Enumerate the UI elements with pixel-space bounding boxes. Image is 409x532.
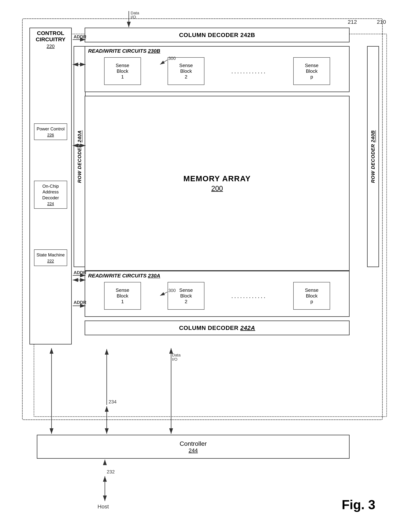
svg-text:Data: Data: [131, 11, 139, 15]
rw-top-title: READ/WRITE CIRCUITS 230B: [85, 47, 349, 56]
dots-top: ............: [231, 67, 267, 75]
col-decoder-bottom: COLUMN DECODER 242A: [85, 321, 350, 335]
row-decoder-right-text: ROW DECODER 240B: [370, 130, 376, 183]
rw-bottom-title: READ/WRITE CIRCUITS 230A: [85, 271, 349, 280]
control-circuitry-title: CONTROL CIRCUITRY: [32, 30, 69, 43]
col-decoder-bottom-text: COLUMN DECODER 242A: [179, 324, 255, 331]
col-decoder-top: COLUMN DECODER 242B: [85, 28, 350, 42]
address-decoder-label: 224: [36, 201, 65, 206]
sense-block-bottom-1: SenseBlock1: [104, 282, 141, 310]
address-decoder-title: On-Chip Address Decoder: [36, 183, 65, 201]
power-control-label: 226: [36, 133, 65, 137]
dots-bottom: ............: [231, 292, 267, 300]
power-control-title: Power Control: [36, 126, 65, 132]
sense-block-top-2: SenseBlock2: [168, 57, 204, 85]
row-decoder-left: ROW DECODER 240A: [73, 46, 86, 267]
svg-text:232: 232: [107, 469, 115, 475]
control-circuitry-label: 220: [46, 43, 55, 49]
rw-circuits-bottom: READ/WRITE CIRCUITS 230A SenseBlock1 Sen…: [85, 271, 350, 317]
sense-block-bottom-2: SenseBlock2: [168, 282, 204, 310]
state-machine-title: State Machine: [36, 252, 65, 258]
memory-array: MEMORY ARRAY 200: [85, 96, 350, 271]
memory-array-title: MEMORY ARRAY: [183, 174, 251, 183]
label-212: 212: [348, 19, 357, 25]
controller-title: Controller: [180, 440, 207, 447]
state-machine-block: State Machine 222: [34, 249, 67, 266]
sense-block-top-1: SenseBlock1: [104, 57, 141, 85]
sense-block-bottom-p: SenseBlockp: [293, 282, 330, 310]
rw-circuits-top: READ/WRITE CIRCUITS 230B SenseBlock1 Sen…: [85, 46, 350, 92]
state-machine-label: 222: [36, 259, 65, 263]
sense-block-top-p: SenseBlockp: [293, 57, 330, 85]
row-decoder-right: ROW DECODER 240B: [367, 46, 379, 267]
svg-text:Host: Host: [98, 504, 109, 510]
address-decoder-block: On-Chip Address Decoder 224: [34, 181, 67, 209]
memory-array-label: 200: [211, 185, 223, 192]
control-circuitry-block: CONTROL CIRCUITRY 220 Power Control 226 …: [29, 28, 72, 344]
label-210: 210: [377, 19, 386, 25]
controller-block: Controller 244: [37, 435, 350, 459]
power-control-block: Power Control 226: [34, 124, 67, 140]
col-decoder-top-text: COLUMN DECODER 242B: [179, 32, 255, 38]
row-decoder-left-text: ROW DECODER 240A: [77, 130, 82, 183]
figure-label: Fig. 3: [342, 497, 375, 512]
controller-label: 244: [189, 447, 198, 454]
